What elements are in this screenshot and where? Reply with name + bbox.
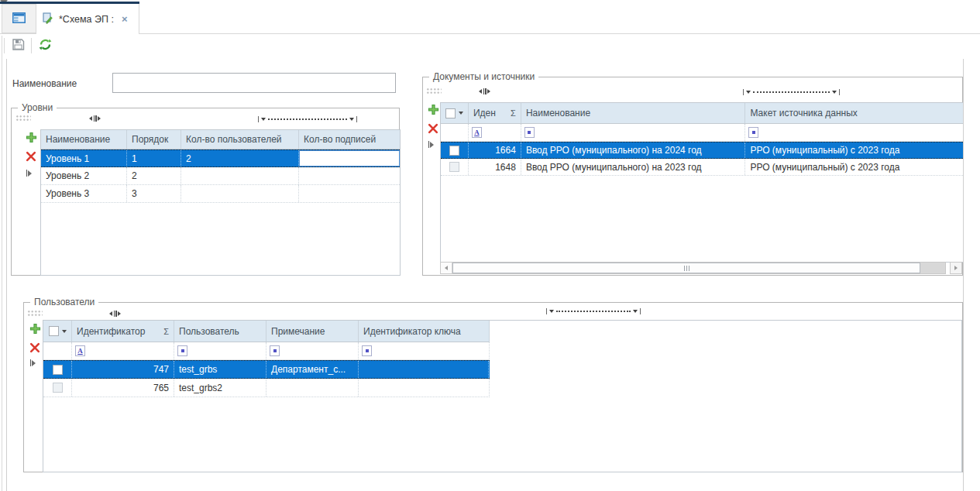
users-row[interactable]: 765 test_grbs2 [43,379,490,397]
column-header[interactable]: Наименование [521,103,746,123]
horizontal-scrollbar[interactable] [440,262,946,274]
column-header[interactable]: Кол-во подписей [299,130,400,149]
column-header[interactable]: ИденΣ [469,103,521,123]
documents-row[interactable]: 1648 Ввод РРО (муниципального) на 2023 г… [441,159,963,176]
filter-box-icon[interactable] [177,345,187,356]
checkbox[interactable] [53,383,63,393]
drag-handle-dots[interactable] [27,310,43,317]
column-header[interactable]: Пользователь [174,321,266,342]
current-row-indicator [26,170,32,177]
add-row-button[interactable] [24,132,38,146]
column-header[interactable]: Кол-во пользователей [181,130,299,149]
scroll-track[interactable] [920,263,945,273]
users-group-title: Пользователи [30,297,98,307]
column-header[interactable]: Примечание [266,321,359,342]
window-layout-icon [12,12,26,26]
column-header[interactable]: Наименование [41,130,127,149]
checkbox[interactable] [449,146,459,156]
refresh-button[interactable] [36,36,54,55]
add-row-button[interactable] [28,323,42,337]
filter-auto-icon[interactable]: A [75,345,85,356]
cell [181,185,299,202]
select-all-header[interactable] [43,321,72,342]
cell: РРО (муниципальный) с 2023 года [745,142,963,158]
window-edge-line [2,36,2,491]
documents-groupbox: Документы и источники [422,77,963,276]
users-grid: ИдентификаторΣ Пользователь Примечание И… [43,320,962,472]
name-input[interactable] [112,73,396,93]
floppy-save-icon [12,38,25,53]
scroll-right-icon[interactable] [950,262,962,274]
column-header[interactable]: Порядок [127,130,181,149]
cell [181,167,299,184]
scroll-thumb[interactable] [452,263,920,273]
select-all-header[interactable] [441,103,469,123]
checkbox[interactable] [445,108,456,118]
tab-title: *Схема ЭП : [59,14,114,25]
save-button[interactable] [9,36,27,55]
documents-grid: ИденΣ Наименование Макет источника данны… [440,102,963,263]
column-pan-control[interactable] [743,88,840,95]
signature-icon [43,12,54,26]
column-header[interactable]: Макет источника данных [745,103,963,123]
chevron-down-icon [62,330,67,333]
edit-cell[interactable] [299,150,400,167]
column-header[interactable]: ИдентификаторΣ [72,321,174,342]
delete-x-icon [29,342,40,355]
cell [359,379,488,397]
filter-row: A [43,342,490,360]
users-groupbox: Пользователи Иден [23,302,963,472]
column-pan-control[interactable] [546,307,641,314]
filter-box-icon[interactable] [362,345,372,356]
cell: test_grbs2 [174,379,266,397]
column-splitter-icon[interactable] [89,115,101,122]
tab-bar: *Схема ЭП : × [0,0,980,34]
filter-box-icon[interactable] [524,127,535,138]
column-pan-control[interactable] [258,115,357,122]
filter-auto-icon[interactable]: A [472,127,482,138]
cell: 765 [72,379,174,397]
toolbar-separator [4,38,5,53]
checkbox[interactable] [49,326,59,336]
current-row-indicator [428,141,434,148]
cell: Ввод РРО (муниципального) на 2023 год [521,159,746,175]
column-header[interactable]: Идентификатор ключа [359,321,489,342]
checkbox[interactable] [53,365,63,375]
scroll-left-icon[interactable] [441,263,452,273]
add-row-button[interactable] [426,104,440,118]
cell: 1664 [469,142,521,158]
plus-icon [26,132,37,146]
users-row-selected[interactable]: 747 test_grbs Департамент_с... [43,360,490,379]
tab-close-icon[interactable]: × [122,13,128,25]
name-label: Наименование [12,78,77,89]
cell: 747 [72,361,174,378]
tab-schema-ep[interactable]: *Схема ЭП : × [36,4,139,34]
cell: 1 [127,150,181,167]
delete-row-button[interactable] [28,342,42,355]
sum-icon[interactable]: Σ [511,108,516,118]
cell: Уровень 2 [41,167,127,184]
column-splitter-icon[interactable] [109,310,121,317]
drag-handle-dots[interactable] [426,88,442,94]
panels-toggle-button[interactable] [2,4,36,33]
column-splitter-icon[interactable] [479,88,490,94]
levels-row[interactable]: Уровень 3 3 [41,185,400,203]
filter-box-icon[interactable] [748,127,758,138]
chevron-down-icon [459,112,463,115]
refresh-icon [39,38,52,53]
levels-row-selected[interactable]: Уровень 1 1 2 [41,149,400,167]
delete-row-button[interactable] [24,150,38,164]
cell: 2 [181,150,299,167]
cell: Департамент_с... [266,361,359,378]
levels-grid: Наименование Порядок Кол-во пользователе… [40,129,401,276]
delete-row-button[interactable] [426,122,440,136]
delete-x-icon [428,123,438,136]
checkbox[interactable] [449,162,459,172]
plus-icon [29,323,41,337]
sum-icon[interactable]: Σ [163,327,169,336]
documents-row-selected[interactable]: 1664 Ввод РРО (муниципального) на 2024 г… [441,142,963,159]
toolbar-separator [31,38,32,53]
drag-handle-dots[interactable] [15,115,31,122]
filter-box-icon[interactable] [270,345,280,356]
levels-row[interactable]: Уровень 2 2 [41,167,400,185]
